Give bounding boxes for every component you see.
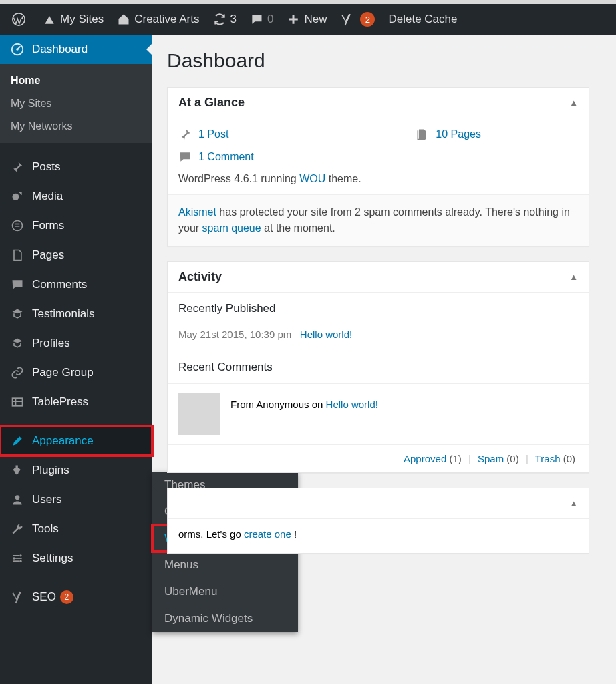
plugins-icon <box>9 462 25 478</box>
menu-profiles-label: Profiles <box>32 337 70 350</box>
svg-point-8 <box>15 495 20 500</box>
menu-page-group[interactable]: Page Group <box>0 358 152 387</box>
dashboard-submenu: Home My Sites My Networks <box>0 64 152 143</box>
updates-count: 3 <box>230 13 237 26</box>
profiles-icon <box>9 335 25 351</box>
comments-count: 0 <box>267 13 273 26</box>
wordpress-icon <box>12 13 25 26</box>
menu-settings-label: Settings <box>32 552 73 565</box>
seo-badge: 2 <box>60 590 73 604</box>
comment-row: From Anonymous on Hello world! <box>168 383 589 444</box>
menu-seo[interactable]: SEO 2 <box>0 582 152 612</box>
menu-tools[interactable]: Tools <box>0 514 152 544</box>
menu-forms-label: Forms <box>32 219 64 232</box>
menu-settings[interactable]: Settings <box>0 544 152 573</box>
glance-posts[interactable]: 1 Post <box>178 128 228 141</box>
comments-icon <box>9 277 25 293</box>
multisite-icon <box>43 13 56 26</box>
yoast-seo[interactable]: 2 <box>333 4 381 35</box>
svg-point-3 <box>13 194 19 200</box>
wp-logo[interactable] <box>5 4 36 35</box>
at-a-glance-box: At a Glance ▲ 1 Post 10 Pages <box>167 87 589 246</box>
menu-plugins[interactable]: Plugins <box>0 456 152 485</box>
menu-appearance[interactable]: Appearance <box>0 426 152 456</box>
media-icon <box>9 188 25 204</box>
toggle-icon[interactable]: ▲ <box>569 498 578 508</box>
glance-pages[interactable]: 10 Pages <box>416 128 481 141</box>
menu-testimonials-label: Testimonials <box>32 307 95 321</box>
pages-icon <box>9 247 25 263</box>
main-content: Dashboard At a Glance ▲ 1 Post <box>152 35 616 684</box>
settings-icon <box>9 550 25 566</box>
link-icon <box>9 365 25 381</box>
plus-icon <box>287 13 300 26</box>
glance-pages-label: 10 Pages <box>436 128 481 140</box>
new-content[interactable]: New <box>280 4 333 35</box>
pin-icon <box>9 159 25 175</box>
spam-queue-link[interactable]: spam queue <box>202 222 261 234</box>
delete-cache-label: Delete Cache <box>388 13 457 26</box>
spam-link[interactable]: Spam (0) <box>478 453 519 464</box>
svg-rect-11 <box>13 560 19 562</box>
svg-point-14 <box>19 560 21 562</box>
menu-dashboard[interactable]: Dashboard <box>0 35 152 64</box>
trash-link[interactable]: Trash (0) <box>535 453 575 464</box>
at-a-glance-title: At a Glance <box>178 96 245 110</box>
toggle-icon[interactable]: ▲ <box>569 98 578 108</box>
wp-version-line: WordPress 4.6.1 running WOU theme. <box>178 173 578 185</box>
menu-testimonials[interactable]: Testimonials <box>0 299 152 329</box>
comment-post-link[interactable]: Hello world! <box>326 399 378 410</box>
menu-users[interactable]: Users <box>0 485 152 514</box>
admin-toolbar: My Sites Creative Arts 3 0 New 2 Delete … <box>0 0 616 35</box>
menu-tools-label: Tools <box>32 522 59 536</box>
users-icon <box>9 492 25 508</box>
site-name[interactable]: Creative Arts <box>110 4 206 35</box>
comments[interactable]: 0 <box>243 4 280 35</box>
testimonials-icon <box>9 306 25 322</box>
yoast-badge: 2 <box>360 12 375 27</box>
delete-cache[interactable]: Delete Cache <box>381 4 464 35</box>
svg-point-2 <box>16 48 19 51</box>
menu-media[interactable]: Media <box>0 182 152 211</box>
my-sites-label: My Sites <box>60 13 104 26</box>
theme-link[interactable]: WOU <box>299 173 325 184</box>
menu-pages[interactable]: Pages <box>0 240 152 270</box>
pin-icon <box>178 128 192 141</box>
menu-comments[interactable]: Comments <box>0 270 152 299</box>
menu-profiles[interactable]: Profiles <box>0 329 152 358</box>
table-icon <box>9 394 25 410</box>
akismet-note: Akismet has protected your site from 2 s… <box>168 194 589 246</box>
updates[interactable]: 3 <box>206 4 243 35</box>
svg-point-13 <box>13 557 15 559</box>
comment-icon <box>250 13 263 26</box>
approved-link[interactable]: Approved (1) <box>404 453 462 464</box>
seo-icon <box>9 589 25 605</box>
my-sites[interactable]: My Sites <box>36 4 110 35</box>
activity-box: Activity ▲ Recently Published May 21st 2… <box>167 261 589 473</box>
menu-dashboard-label: Dashboard <box>32 43 88 56</box>
toggle-icon[interactable]: ▲ <box>569 272 578 282</box>
menu-tablepress[interactable]: TablePress <box>0 387 152 417</box>
create-form-link[interactable]: create one <box>244 528 291 540</box>
menu-pages-label: Pages <box>32 248 64 262</box>
menu-forms[interactable]: Forms <box>0 211 152 240</box>
post-date: May 21st 2015, 10:39 pm <box>178 329 291 340</box>
menu-tablepress-label: TablePress <box>32 395 88 409</box>
submenu-mysites[interactable]: My Sites <box>0 92 152 115</box>
menu-posts[interactable]: Posts <box>0 152 152 182</box>
glance-comments[interactable]: 1 Comment <box>178 150 254 164</box>
forms-content: orms. Let's go create one ! <box>168 519 589 553</box>
menu-page-group-label: Page Group <box>32 366 94 379</box>
dashboard-icon <box>9 41 25 57</box>
submenu-home[interactable]: Home <box>0 69 152 92</box>
menu-plugins-label: Plugins <box>32 464 69 477</box>
submenu-mynetworks[interactable]: My Networks <box>0 115 152 138</box>
svg-rect-5 <box>15 224 20 225</box>
page-icon <box>416 128 429 141</box>
menu-posts-label: Posts <box>32 160 61 174</box>
avatar <box>178 393 220 435</box>
page-title: Dashboard <box>167 49 601 72</box>
moderation-row: Approved (1) | Spam (0) | Trash (0) <box>168 444 589 472</box>
post-link[interactable]: Hello world! <box>300 329 352 340</box>
akismet-link[interactable]: Akismet <box>178 206 216 218</box>
